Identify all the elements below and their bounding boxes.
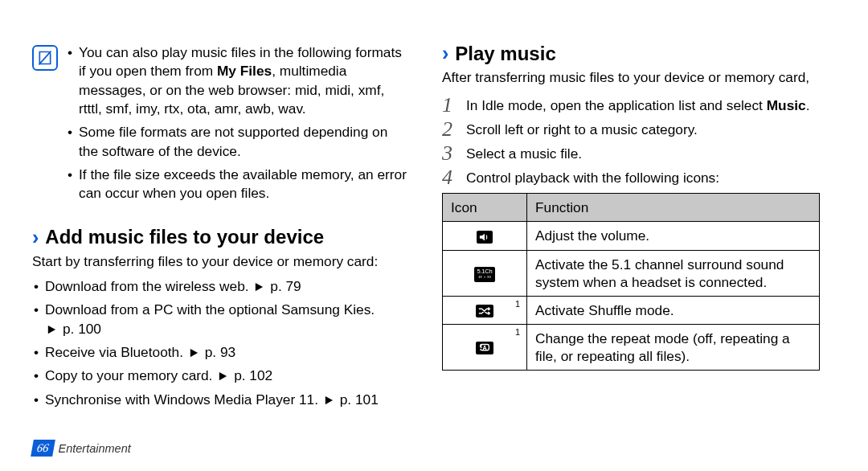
step-body: Scroll left or right to a music category… — [466, 117, 820, 139]
bold-text: My Files — [217, 63, 272, 79]
info-bullet: You can also play music files in the fol… — [66, 43, 410, 118]
function-cell: Activate Shuffle mode. — [527, 296, 820, 324]
list-item: Synchronise with Windows Media Player 11… — [32, 391, 410, 409]
step-body: In Idle mode, open the application list … — [466, 93, 820, 115]
page-number: 66 — [31, 440, 55, 457]
section-name: Entertainment — [59, 442, 131, 455]
volume-icon — [477, 231, 493, 244]
step-item: 4 Control playback with the following ic… — [442, 166, 820, 188]
step-number: 4 — [442, 166, 466, 188]
function-cell: Activate the 5.1 channel surround sound … — [527, 250, 820, 296]
list-item: Receive via Bluetooth. ► p. 93 — [32, 343, 410, 362]
info-icon-wrap — [32, 43, 66, 208]
icon-cell: 5.1Ch‹‹ ◦ ›› — [443, 250, 527, 296]
bold-text: Music — [767, 97, 806, 113]
icon-cell: A 1 — [443, 324, 527, 370]
col-header-function: Function — [527, 194, 820, 222]
info-bullet-list: You can also play music files in the fol… — [66, 43, 410, 203]
subheading-text: Play music — [455, 43, 555, 65]
col-header-icon: Icon — [443, 194, 527, 222]
text: . — [806, 97, 810, 113]
icon-label: 5.1Ch — [477, 268, 492, 275]
triangle-marker-icon: ► — [188, 343, 200, 362]
page-footer: 66 Entertainment — [32, 440, 131, 457]
chevron-right-icon: › — [32, 226, 39, 249]
chevron-right-icon: › — [442, 42, 448, 65]
step-body: Control playback with the following icon… — [466, 166, 820, 187]
step-item: 2 Scroll left or right to a music catego… — [442, 117, 820, 140]
page-ref: p. 101 — [340, 391, 379, 408]
list-item: Download from a PC with the optional Sam… — [32, 301, 410, 338]
triangle-marker-icon: ► — [217, 367, 229, 385]
function-cell: Adjust the volume. — [527, 222, 820, 250]
text: If the file size exceeds the available m… — [79, 166, 407, 201]
page-ref: p. 93 — [205, 344, 235, 360]
step-item: 3 Select a music file. — [442, 141, 820, 164]
triangle-marker-icon: ► — [253, 277, 265, 296]
step-number: 3 — [442, 141, 466, 164]
info-bullet: If the file size exceeds the available m… — [66, 166, 410, 203]
subheading-add-music: › Add music files to your device — [32, 226, 410, 249]
step-number: 2 — [442, 117, 466, 140]
page-ref: p. 102 — [234, 367, 272, 383]
table-row: Adjust the volume. — [443, 222, 820, 250]
step-item: 1 In Idle mode, open the application lis… — [442, 93, 820, 116]
text: Download from a PC with the optional Sam… — [45, 301, 375, 317]
action-list: Download from the wireless web. ► p. 79 … — [32, 277, 410, 409]
shuffle-icon — [476, 305, 493, 317]
icon-function-table: Icon Function Adjust the volume. 5.1Ch‹‹… — [442, 193, 820, 371]
text: Download from the wireless web. — [45, 278, 252, 294]
intro-paragraph: After transferring music files to your d… — [442, 68, 820, 87]
text: Receive via Bluetooth. — [45, 344, 187, 360]
note-icon — [32, 45, 58, 71]
table-row: 1 Activate Shuffle mode. — [443, 296, 820, 324]
text: In Idle mode, open the application list … — [466, 97, 767, 113]
list-item: Copy to your memory card. ► p. 102 — [32, 367, 410, 385]
right-column: › Play music After transferring music fi… — [426, 43, 820, 463]
triangle-marker-icon: ► — [323, 391, 335, 409]
icon-cell: 1 — [443, 296, 527, 324]
page-ref: p. 100 — [63, 321, 101, 337]
text: Copy to your memory card. — [45, 367, 216, 383]
info-box: You can also play music files in the fol… — [32, 43, 410, 208]
left-column: You can also play music files in the fol… — [32, 43, 426, 463]
page-ref: p. 79 — [270, 278, 301, 294]
info-bullet: Some file formats are not supported depe… — [66, 123, 410, 161]
step-body: Select a music file. — [466, 141, 820, 163]
subheading-text: Add music files to your device — [45, 226, 324, 248]
function-cell: Change the repeat mode (off, repeating a… — [527, 324, 820, 370]
text: Some file formats are not supported depe… — [79, 124, 387, 158]
icon-cell — [443, 222, 527, 250]
triangle-marker-icon: ► — [46, 320, 58, 338]
manual-page: You can also play music files in the fol… — [0, 0, 868, 471]
footnote-marker: 1 — [515, 326, 520, 338]
svg-text:A: A — [482, 346, 486, 352]
step-number: 1 — [442, 93, 466, 116]
surround-5-1-icon: 5.1Ch‹‹ ◦ ›› — [474, 267, 494, 282]
info-body: You can also play music files in the fol… — [66, 43, 410, 208]
subheading-play-music: › Play music — [442, 42, 820, 65]
repeat-icon: A — [476, 342, 493, 354]
table-header-row: Icon Function — [443, 194, 820, 222]
intro-paragraph: Start by transferring files to your devi… — [32, 252, 410, 271]
footnote-marker: 1 — [515, 298, 520, 309]
step-list: 1 In Idle mode, open the application lis… — [442, 93, 820, 188]
list-item: Download from the wireless web. ► p. 79 — [32, 277, 410, 296]
table-row: A 1 Change the repeat mode (off, repeati… — [443, 324, 820, 370]
text: Synchronise with Windows Media Player 11… — [45, 391, 322, 408]
table-row: 5.1Ch‹‹ ◦ ›› Activate the 5.1 channel su… — [443, 250, 820, 296]
